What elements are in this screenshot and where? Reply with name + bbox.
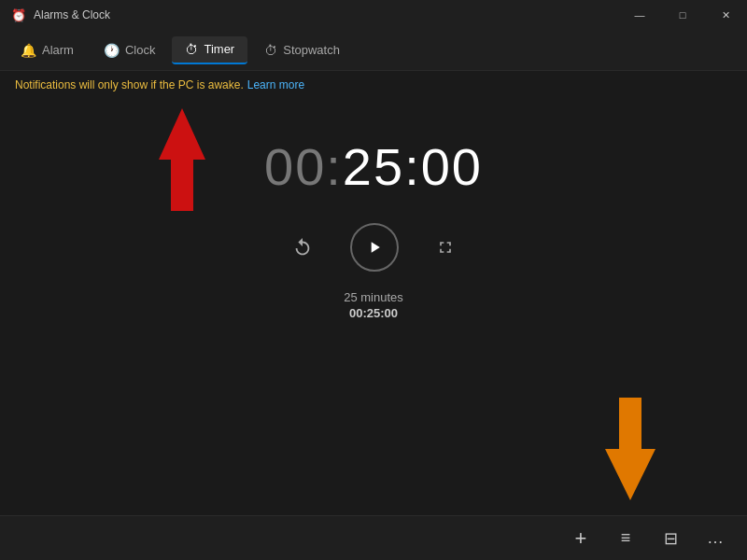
tab-alarm[interactable]: 🔔 Alarm [7, 37, 87, 63]
title-bar: ⏰ Alarms & Clock — □ ✕ [0, 0, 747, 30]
timer-display: 00:25:00 [264, 136, 483, 197]
timer-time: 00:25:00 [344, 306, 403, 320]
close-button[interactable]: ✕ [704, 0, 747, 30]
nav-bar: 🔔 Alarm 🕐 Clock ⏱ Timer ⏱ Stopwatch [0, 30, 747, 71]
expand-button[interactable] [429, 231, 462, 264]
title-bar-controls: — □ ✕ [618, 0, 747, 30]
play-icon [365, 238, 384, 257]
app-icon: ⏰ [11, 8, 26, 22]
timer-name: 25 minutes [344, 290, 403, 304]
timer-nav-icon: ⏱ [185, 42, 198, 57]
learn-more-link[interactable]: Learn more [247, 78, 304, 91]
expand-icon [436, 238, 455, 257]
stopwatch-icon: ⏱ [264, 43, 277, 58]
reset-icon [292, 237, 313, 258]
notification-text: Notifications will only show if the PC i… [15, 78, 244, 91]
play-button[interactable] [350, 223, 399, 272]
timer-info: 25 minutes 00:25:00 [344, 290, 403, 320]
tab-alarm-label: Alarm [42, 43, 74, 57]
shrink-button[interactable]: ⊟ [650, 520, 691, 557]
reset-button[interactable] [285, 230, 320, 265]
timer-bright-part: 25:00 [343, 137, 483, 196]
edit-button[interactable]: ≡ [605, 520, 646, 557]
tab-timer[interactable]: ⏱ Timer [172, 36, 247, 64]
notification-bar: Notifications will only show if the PC i… [0, 71, 747, 99]
title-bar-left: ⏰ Alarms & Clock [11, 8, 110, 22]
timer-controls [285, 223, 462, 272]
tab-stopwatch-label: Stopwatch [283, 43, 340, 57]
clock-icon: 🕐 [104, 43, 120, 58]
more-options-button[interactable]: … [695, 520, 736, 557]
tab-timer-label: Timer [204, 42, 234, 56]
tab-clock[interactable]: 🕐 Clock [91, 37, 169, 63]
main-content: 00:25:00 25 minutes 00:25:00 [0, 99, 747, 510]
app-title: Alarms & Clock [34, 8, 110, 21]
alarm-icon: 🔔 [21, 43, 36, 58]
maximize-button[interactable]: □ [661, 0, 704, 30]
bottom-bar: + ≡ ⊟ … [0, 515, 747, 560]
add-timer-button[interactable]: + [560, 520, 601, 557]
tab-stopwatch[interactable]: ⏱ Stopwatch [251, 37, 353, 63]
minimize-button[interactable]: — [618, 0, 661, 30]
tab-clock-label: Clock [125, 43, 156, 57]
timer-dim-part: 00: [264, 137, 343, 196]
